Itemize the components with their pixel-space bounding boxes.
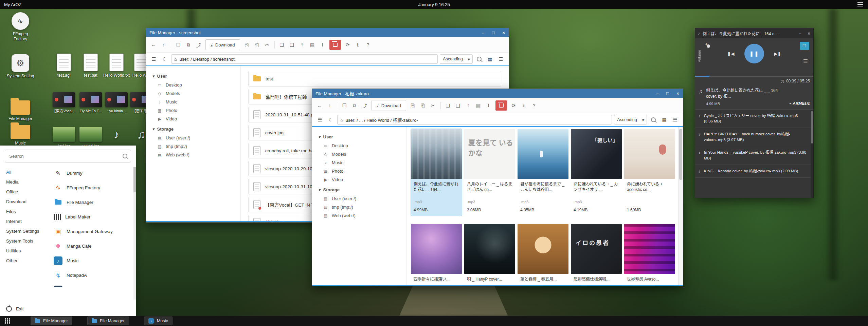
window-titlebar[interactable]: File Manager - 柘榴-zakuro- – □ × xyxy=(312,89,683,98)
close-button[interactable]: × xyxy=(499,28,509,37)
copy-button[interactable]: ⎘ xyxy=(408,101,418,110)
sidebar-item-music[interactable]: ♪Music xyxy=(152,98,240,106)
grid-scrollbar[interactable] xyxy=(678,127,683,285)
theme-toggle-button[interactable]: ☾ xyxy=(160,55,169,63)
open-button[interactable]: ❐ xyxy=(174,40,183,50)
app-item-music[interactable]: ♪ Music xyxy=(51,253,136,268)
playlist-item[interactable]: ♪HAPPY BIRTHDAY _ back number cover. by柘… xyxy=(695,128,813,146)
app-item-label-maker[interactable]: Label Maker xyxy=(51,210,136,224)
maximize-button[interactable]: □ xyxy=(488,28,499,37)
exit-button[interactable]: Exit xyxy=(0,302,136,316)
upload-button[interactable]: ⤒ xyxy=(297,40,307,50)
cut-button[interactable]: ✂ xyxy=(263,40,272,50)
music-tile[interactable]: 命に嫌われている + acoustic co... 1.69MB xyxy=(624,129,675,216)
category-files[interactable]: Files xyxy=(0,207,51,216)
start-menu-scrollbar[interactable] xyxy=(133,167,136,300)
new-folder-button[interactable]: ❑ xyxy=(287,40,297,50)
sidebar-item-photo[interactable]: ▦Photo xyxy=(318,167,406,175)
app-item-ffmpeg-factory[interactable]: ∿ FFmpeg Factory xyxy=(51,180,136,195)
pause-button[interactable]: ❚❚ xyxy=(744,44,764,63)
back-button[interactable]: ← xyxy=(315,101,324,110)
new-folder-button[interactable]: ❑ xyxy=(453,101,463,110)
up-button[interactable]: ↑ xyxy=(159,40,168,50)
category-office[interactable]: Office xyxy=(0,187,51,197)
sidebar-section-user[interactable]: ▾ User xyxy=(152,74,240,79)
category-other[interactable]: Other xyxy=(0,256,51,266)
maximize-button[interactable]: □ xyxy=(663,89,673,98)
sidebar-item-tmp-drive[interactable]: ▤tmp (tmp:/) xyxy=(318,203,406,211)
desktop-icon-ffmpeg-factory[interactable]: ∿ FFmpeg Factory xyxy=(5,12,36,42)
help-button[interactable]: ? xyxy=(529,101,539,110)
desktop-icon-system-setting[interactable]: ⚙ System Setting xyxy=(5,54,36,79)
scrollbar-thumb[interactable] xyxy=(133,167,136,192)
minimize-button[interactable]: – xyxy=(652,89,663,98)
list-view-button[interactable]: ☰ xyxy=(496,55,505,63)
file-row-folder[interactable]: test xyxy=(248,71,501,87)
minimize-button[interactable]: – xyxy=(796,31,804,36)
menu-button[interactable]: ☰ xyxy=(315,115,324,124)
sidebar-item-music[interactable]: ♪Music xyxy=(318,158,406,167)
theme-toggle-button[interactable]: ☾ xyxy=(326,115,335,124)
playlist-item[interactable]: ♪KING _ Kanaria cover. by 柘榴-zakuro-.mp3… xyxy=(695,165,813,178)
grid-view-button[interactable]: ▦ xyxy=(660,115,669,124)
sidebar-item-web-drive[interactable]: ▤Web (web:/) xyxy=(152,151,240,159)
trash-button[interactable] xyxy=(329,40,341,50)
address-bar[interactable]: ⌂ user: / Desktop / screenshot xyxy=(171,54,438,64)
info-button[interactable]: ℹ xyxy=(353,40,363,50)
scrollbar-thumb[interactable] xyxy=(679,129,682,180)
category-all[interactable]: All xyxy=(0,167,51,177)
app-item-management-gateway[interactable]: ▣ Management Gateway xyxy=(51,224,136,239)
playlist-item[interactable]: ♪Cynic _ ポリスピカデリー cover. by 柘榴-zakuro-.m… xyxy=(695,110,813,128)
sidebar-item-photo[interactable]: ▦Photo xyxy=(152,106,240,115)
category-internet[interactable]: Internet xyxy=(0,216,51,226)
category-media[interactable]: Media xyxy=(0,177,51,187)
sidebar-item-web-drive[interactable]: ▤Web (web:/) xyxy=(318,211,406,220)
music-tile[interactable]: 夏を見て いるかな 八月のレイニー _ はるまきごはん co... .mp3 3… xyxy=(464,129,515,216)
download-button[interactable]: ⤓ Download xyxy=(205,39,240,50)
progress-bar[interactable] xyxy=(695,76,813,77)
sort-dropdown[interactable]: Ascending ▾ xyxy=(614,115,647,124)
app-item-dummy[interactable]: ✎ Dummy xyxy=(51,166,136,180)
paste-button[interactable]: ⎗ xyxy=(252,40,262,50)
upload-button[interactable]: ⤒ xyxy=(464,101,473,110)
grid-view-button[interactable]: ▦ xyxy=(486,55,494,63)
open-external-button[interactable]: ⧉ xyxy=(350,101,359,110)
taskbar-item-music[interactable]: ♪ Music xyxy=(144,317,173,325)
volume-slider[interactable]: + Volume xyxy=(701,41,712,47)
music-tile-selected[interactable]: 例えば、今此処に置かれた花に _ 164... .mp3 4.99MB xyxy=(411,129,462,216)
trash-button[interactable] xyxy=(495,100,507,111)
playlist-item[interactable]: ♪In Your Hands _ yusukeP cover. by 柘榴-za… xyxy=(695,146,813,165)
help-button[interactable]: ? xyxy=(363,40,373,50)
sidebar-section-storage[interactable]: ▾ Storage xyxy=(152,127,240,132)
app-item-photo[interactable]: ▲ Photo xyxy=(51,283,136,287)
cut-button[interactable]: ✂ xyxy=(429,101,438,110)
properties-button[interactable]: ▤ xyxy=(474,101,483,110)
sidebar-section-storage[interactable]: ▾ Storage xyxy=(318,187,406,192)
music-tile[interactable]: 「寂しい」 命に嫌われている + _ カンザキイオリ ... .mp3 4.19… xyxy=(571,129,622,216)
up-button[interactable]: ↑ xyxy=(325,101,334,110)
sidebar-item-models[interactable]: ◇Models xyxy=(318,150,406,158)
refresh-button[interactable]: ⟳ xyxy=(509,101,519,110)
search-input[interactable] xyxy=(8,153,123,159)
new-file-button[interactable]: ❏ xyxy=(443,101,453,110)
topbar-menu-icon[interactable] xyxy=(857,2,863,6)
close-button[interactable]: × xyxy=(673,89,683,98)
properties-button[interactable]: ▤ xyxy=(308,40,317,50)
close-button[interactable]: × xyxy=(804,31,813,36)
start-menu-search[interactable] xyxy=(5,150,131,162)
music-tile[interactable]: 君が夜の海に還るまで _ こんにちは谷田... .mp3 4.35MB xyxy=(518,129,568,216)
sidebar-item-desktop[interactable]: ▭Desktop xyxy=(152,81,240,89)
search-button[interactable] xyxy=(649,115,658,124)
minimize-button[interactable]: – xyxy=(478,28,488,37)
rename-button[interactable]: I xyxy=(484,101,493,110)
sidebar-item-user-drive[interactable]: ▤User (user:/) xyxy=(152,134,240,142)
music-tile[interactable]: 四季折々に揺蕩い... xyxy=(411,224,462,285)
music-tile[interactable]: 世界寿灵 Avaso... xyxy=(624,224,675,285)
open-external-button[interactable]: ⧉ xyxy=(184,40,193,50)
address-bar[interactable]: ⌂ user: / ... / Hello World / 柘榴-zakuro- xyxy=(337,115,612,124)
desktop-icon-file-manager[interactable]: File Manager xyxy=(5,98,36,121)
volume-thumb[interactable] xyxy=(707,44,710,48)
sidebar-item-video[interactable]: ▶Video xyxy=(318,175,406,184)
sidebar-item-tmp-drive[interactable]: ▤tmp (tmp:/) xyxy=(152,142,240,151)
open-button[interactable]: ❐ xyxy=(340,101,349,110)
